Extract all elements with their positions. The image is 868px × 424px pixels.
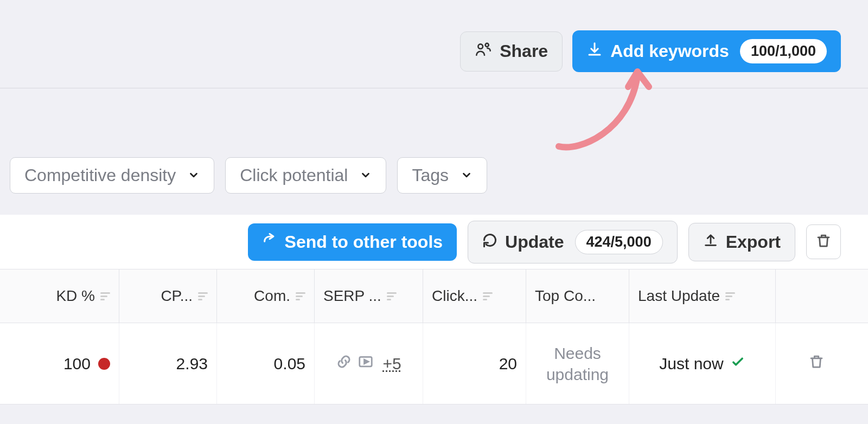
table-header: KD % CP... Com. SERP ... Click... Top Co… — [0, 269, 868, 323]
upload-icon — [703, 232, 718, 252]
share-button-label: Share — [500, 41, 548, 61]
export-label: Export — [726, 232, 781, 252]
column-serp[interactable]: SERP ... — [315, 269, 423, 323]
column-label: Click... — [432, 287, 477, 305]
svg-point-0 — [478, 44, 483, 49]
column-com[interactable]: Com. — [217, 269, 315, 323]
update-count-badge: 424/5,000 — [575, 230, 663, 254]
column-label: Com. — [254, 287, 290, 305]
add-keywords-label: Add keywords — [610, 41, 729, 61]
sort-icon — [725, 292, 735, 300]
trash-icon — [815, 233, 832, 251]
sort-icon — [483, 292, 493, 300]
column-label: SERP ... — [323, 287, 381, 305]
update-button[interactable]: Update 424/5,000 — [468, 221, 678, 264]
column-label: Last Update — [638, 287, 720, 305]
arrow-forward-icon — [262, 232, 277, 252]
column-actions — [776, 269, 857, 323]
cell-kd: 100 — [0, 323, 119, 404]
sort-icon — [387, 292, 397, 300]
callout-arrow — [548, 65, 678, 163]
table-row: 100 2.93 0.05 +5 20 Needs updating — [0, 323, 868, 404]
sort-icon — [296, 292, 305, 300]
column-label: KD % — [56, 287, 95, 305]
download-arrow-icon — [586, 41, 603, 62]
svg-point-1 — [486, 43, 489, 46]
video-icon — [358, 354, 374, 374]
cell-actions — [776, 323, 857, 404]
filter-click-potential[interactable]: Click potential — [225, 157, 386, 194]
keywords-count-badge: 100/1,000 — [740, 39, 827, 63]
sort-icon — [198, 292, 208, 300]
send-to-tools-button[interactable]: Send to other tools — [248, 223, 457, 261]
cell-serp: +5 — [315, 323, 423, 404]
sort-icon — [100, 292, 110, 300]
chevron-down-icon — [461, 165, 473, 185]
send-label: Send to other tools — [285, 232, 443, 252]
share-button[interactable]: Share — [460, 31, 563, 72]
column-kd[interactable]: KD % — [0, 269, 119, 323]
header-divider — [0, 88, 868, 88]
filter-label: Tags — [412, 165, 449, 185]
refresh-icon — [482, 232, 497, 252]
column-click[interactable]: Click... — [423, 269, 526, 323]
row-delete-button[interactable] — [808, 354, 825, 374]
chevron-down-icon — [188, 165, 200, 185]
check-icon — [730, 354, 745, 373]
filter-label: Click potential — [240, 165, 348, 185]
kd-value: 100 — [63, 355, 91, 373]
column-label: CP... — [161, 287, 193, 305]
add-keywords-button[interactable]: Add keywords 100/1,000 — [572, 30, 841, 72]
link-icon — [336, 354, 352, 374]
chevron-down-icon — [360, 165, 372, 185]
export-button[interactable]: Export — [688, 223, 795, 261]
click-value: 20 — [499, 355, 517, 373]
difficulty-dot-icon — [98, 358, 110, 370]
cell-last-update: Just now — [629, 323, 776, 404]
filter-label: Competitive density — [24, 165, 176, 185]
cell-cp: 2.93 — [119, 323, 217, 404]
cp-value: 2.93 — [176, 355, 208, 373]
filter-tags[interactable]: Tags — [397, 157, 487, 194]
filter-bar: Competitive density Click potential Tags — [10, 157, 487, 194]
cell-com: 0.05 — [217, 323, 315, 404]
cell-click: 20 — [423, 323, 526, 404]
column-label: Top Co... — [535, 287, 596, 305]
cell-top-competitor: Needs updating — [526, 323, 629, 404]
last-update-value: Just now — [659, 355, 723, 373]
column-top-competitor[interactable]: Top Co... — [526, 269, 629, 323]
top-value: Needs updating — [535, 343, 620, 385]
people-share-icon — [475, 41, 492, 62]
serp-more-count[interactable]: +5 — [382, 355, 401, 373]
filter-competitive-density[interactable]: Competitive density — [10, 157, 214, 194]
update-label: Update — [505, 232, 564, 252]
column-cp[interactable]: CP... — [119, 269, 217, 323]
delete-button[interactable] — [806, 224, 841, 259]
toolbar: Send to other tools Update 424/5,000 Exp… — [0, 215, 868, 269]
column-last-update[interactable]: Last Update — [629, 269, 776, 323]
com-value: 0.05 — [274, 355, 305, 373]
